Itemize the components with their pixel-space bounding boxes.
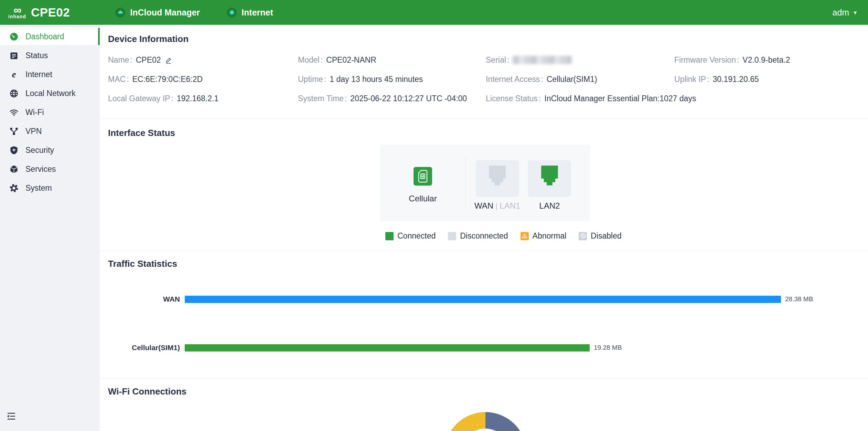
field-internet-access: Internet Access Cellular(SIM1) — [486, 74, 674, 84]
cube-icon — [9, 165, 19, 174]
sidebar-item-services[interactable]: Services — [0, 160, 100, 178]
wan-traffic-bar — [185, 296, 781, 303]
interface-lan2: LAN2 — [528, 160, 571, 211]
cellular-traffic-bar — [185, 344, 590, 351]
device-information-title: Device Information — [108, 34, 854, 44]
field-firmware-version: Firmware Version V2.0.9-beta.2 — [674, 55, 854, 65]
wifi-donut — [444, 412, 527, 431]
edit-name-icon[interactable] — [165, 56, 172, 64]
globe-icon — [9, 89, 19, 98]
field-uptime: Uptime 1 day 13 hours 45 minutes — [298, 74, 486, 84]
legend-disconnected: Disconnected — [448, 231, 508, 241]
sidebar-item-security[interactable]: Security — [0, 141, 100, 159]
cellular-label: Cellular — [409, 194, 437, 203]
disconnected-swatch — [448, 232, 456, 240]
ethernet-port-icon-disconnected — [486, 166, 508, 188]
status-icon — [9, 51, 19, 60]
sidebar-item-dashboard[interactable]: Dashboard — [0, 28, 100, 45]
vpn-branch-icon — [9, 127, 19, 136]
serial-redacted-value — [513, 56, 572, 64]
field-system-time: System Time 2025-06-22 10:12:27 UTC -04:… — [298, 93, 486, 104]
wan-port-tile — [476, 160, 519, 197]
sidebar-item-vpn[interactable]: VPN — [0, 123, 100, 140]
interface-panel: Cellular WAN|LAN1 LAN2 — [380, 145, 590, 221]
status-legend: Connected Disconnected Abnormal Dis — [385, 231, 854, 241]
main-content: Device Information Name CPE02 Model CPE0… — [100, 25, 868, 431]
traffic-statistics-title: Traffic Statistics — [108, 259, 854, 269]
lan2-label: LAN2 — [539, 201, 560, 211]
legend-connected: Connected — [385, 231, 436, 241]
legend-disabled: Disabled — [579, 231, 622, 241]
sidebar-item-status[interactable]: Status — [0, 47, 100, 64]
sidebar-item-internet[interactable]: e Internet — [0, 66, 100, 83]
dashboard-icon — [9, 32, 19, 41]
field-serial: Serial — [486, 55, 674, 65]
sidebar: Dashboard Status e Internet Local Networ… — [0, 25, 100, 431]
internet-dot-icon — [227, 8, 237, 18]
traffic-row-wan: WAN 28.38 MB — [108, 295, 854, 303]
section-interface-status: Interface Status Cellular WAN|LAN1 — [100, 119, 868, 251]
sidebar-item-wifi[interactable]: Wi-Fi — [0, 104, 100, 121]
interface-cellular: Cellular — [380, 162, 465, 203]
field-model: Model CPE02-NANR — [298, 55, 486, 65]
wan-lan1-label: WAN|LAN1 — [474, 201, 520, 211]
legend-abnormal: Abnormal — [521, 231, 566, 241]
connected-swatch — [385, 232, 394, 240]
internet-e-icon: e — [9, 70, 19, 79]
user-menu[interactable]: adm ▼ — [833, 8, 858, 18]
traffic-row-cellular: Cellular(SIM1) 19.28 MB — [108, 344, 854, 352]
sidebar-item-local-network[interactable]: Local Network — [0, 85, 100, 102]
cloud-icon — [115, 8, 125, 18]
shield-icon — [9, 146, 19, 155]
interface-wan-lan1: WAN|LAN1 — [474, 160, 520, 211]
top-header: ∞ inhand CPE02 InCloud Manager Internet … — [0, 0, 868, 25]
ethernet-port-icon-connected — [538, 166, 560, 188]
incloud-manager-status[interactable]: InCloud Manager — [115, 8, 200, 18]
field-local-gateway-ip: Local Gateway IP 192.168.2.1 — [108, 93, 298, 104]
warning-triangle-icon — [521, 232, 529, 240]
ethernet-ports: WAN|LAN1 LAN2 — [466, 155, 571, 211]
field-mac: MAC EC:6E:79:0C:E6:2D — [108, 74, 298, 84]
interface-status-title: Interface Status — [108, 128, 854, 138]
brand-logo: ∞ inhand CPE02 — [0, 6, 70, 19]
section-traffic-statistics: Traffic Statistics WAN 28.38 MB Cellular… — [100, 251, 868, 379]
chevron-down-icon: ▼ — [853, 10, 858, 15]
field-license-status: License Status InCloud Manager Essential… — [486, 93, 854, 104]
inhand-logo-icon: ∞ inhand — [8, 6, 26, 19]
sidebar-collapse-button[interactable] — [6, 412, 17, 422]
field-name: Name CPE02 — [108, 55, 298, 65]
wifi-icon — [9, 108, 19, 117]
device-info-grid: Name CPE02 Model CPE02-NANR Serial Firmw… — [108, 55, 854, 104]
header-status-nav: InCloud Manager Internet — [115, 8, 273, 18]
circle-slash-icon — [579, 232, 587, 240]
sim-card-icon — [414, 167, 432, 186]
gear-icon — [9, 183, 19, 193]
menu-fold-icon — [6, 412, 17, 421]
internet-status[interactable]: Internet — [227, 8, 273, 18]
sidebar-item-system[interactable]: System — [0, 179, 100, 197]
section-device-information: Device Information Name CPE02 Model CPE0… — [100, 25, 868, 119]
username: adm — [833, 8, 849, 18]
section-wifi-connections: Wi-Fi Connections — [100, 379, 868, 431]
field-uplink-ip: Uplink IP 30.191.20.65 — [674, 74, 854, 84]
lan2-port-tile — [528, 160, 571, 197]
device-title: CPE02 — [31, 6, 70, 19]
wifi-connections-title: Wi-Fi Connections — [108, 386, 854, 397]
